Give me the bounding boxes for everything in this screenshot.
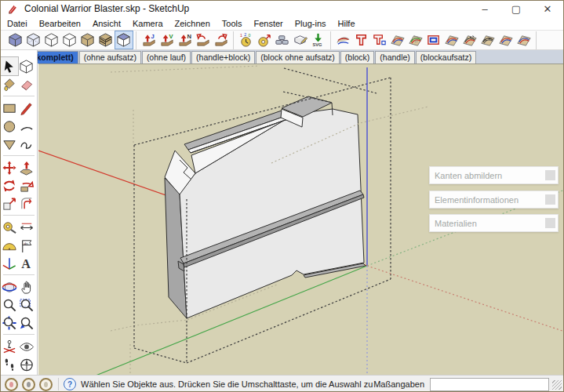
circle-tool-icon[interactable] (1, 117, 18, 135)
unwrap-1-icon[interactable] (389, 31, 406, 49)
scene-tab-block[interactable]: (block) (340, 51, 375, 64)
hidden-line-cube-icon[interactable] (61, 31, 78, 49)
protractor-tool-icon[interactable] (1, 236, 18, 254)
rect-outline-icon[interactable] (425, 31, 442, 49)
arc-tool-icon[interactable] (18, 117, 35, 135)
scene-tab-handle[interactable]: (handle) (375, 51, 415, 64)
follow-me-tool-icon[interactable] (18, 176, 35, 194)
unwrap-6-icon[interactable] (515, 31, 533, 49)
rotate-tool-icon[interactable] (1, 176, 18, 194)
zoom-extents-tool-icon[interactable] (1, 314, 18, 332)
dialog-elementinformationen[interactable]: Elementinformationen (429, 191, 559, 209)
volume-cube-icon[interactable] (7, 31, 24, 49)
dialog-kanten-abmildern[interactable]: Kanten abmildern (429, 166, 559, 184)
measurements-input[interactable] (430, 378, 549, 391)
dimension-tool-icon[interactable] (18, 218, 35, 236)
help-icon: ? (64, 378, 76, 390)
scene-tab-blockaufsatz[interactable]: (blockaufsatz) (416, 51, 476, 64)
resize-grip-icon[interactable] (552, 380, 562, 390)
statusbar-separator (58, 378, 59, 390)
offset-tool-icon[interactable] (18, 194, 35, 212)
push-pull-tool-icon[interactable] (18, 158, 35, 176)
unwrap-4-icon[interactable] (479, 31, 497, 49)
text-tool-icon[interactable]: abc (18, 236, 35, 254)
freehand-tool-icon[interactable] (18, 135, 35, 153)
orbit-tool-icon[interactable] (1, 278, 18, 296)
svg-export-icon[interactable]: SVG (310, 31, 327, 49)
bricks-icon[interactable] (274, 31, 291, 49)
tshape-red-icon[interactable] (353, 31, 370, 49)
move-tool-icon[interactable] (1, 158, 18, 176)
unwrap-fan-icon[interactable] (407, 31, 424, 49)
menu-zeichnen[interactable]: Zeichnen (175, 19, 210, 28)
scale-tool-icon[interactable] (1, 194, 18, 212)
position-camera-tool-icon[interactable] (1, 337, 18, 355)
paint-bucket-tool-icon[interactable] (1, 75, 18, 93)
tool-group-divider (3, 274, 35, 275)
shaded-cube-icon[interactable] (79, 31, 96, 49)
toolbar-group: JVN (136, 31, 234, 49)
wireframe-cube-icon[interactable] (43, 31, 60, 49)
eraser-tool-icon[interactable] (18, 75, 35, 93)
unwrap-5-icon[interactable] (497, 31, 515, 49)
walk-tool-icon[interactable] (1, 355, 18, 373)
zoom-tool-icon[interactable] (1, 296, 18, 314)
zoom-window-tool-icon[interactable] (18, 296, 35, 314)
polygon-tool-icon[interactable] (1, 135, 18, 153)
menu-kamera[interactable]: Kamera (133, 19, 163, 28)
menu-tools[interactable]: Tools (222, 19, 242, 28)
menu-bar: DateiBearbeitenAnsichtKameraZeichnenTool… (1, 16, 563, 31)
rectangle-tool-icon[interactable] (1, 99, 18, 117)
scene-tab-ohnelauf[interactable]: (ohne lauf) (142, 51, 191, 64)
mesh-flatten-icon[interactable] (335, 31, 352, 49)
tape-arrow-icon[interactable] (256, 31, 273, 49)
arrow-j-icon[interactable]: J (140, 31, 158, 49)
arrow-n-icon[interactable]: N (176, 31, 194, 49)
dialog-collapse-button[interactable] (545, 194, 555, 205)
svg-text:abc: abc (24, 241, 28, 245)
globe-icon[interactable] (39, 378, 53, 391)
svg-text:A: A (21, 257, 31, 271)
tape-measure-tool-icon[interactable] (1, 218, 18, 236)
arrow-v-icon[interactable]: V (158, 31, 176, 49)
box-edit-icon[interactable] (292, 31, 309, 49)
north-compass-tool-icon[interactable] (18, 355, 35, 373)
geolocation-icon[interactable] (5, 378, 18, 391)
turn-right-icon[interactable] (213, 31, 230, 49)
scene-tab-blockohneaufsatz[interactable]: (block ohne aufsatz) (256, 51, 340, 64)
3d-text-tool-icon[interactable]: A (18, 254, 35, 272)
menu-fenster[interactable]: Fenster (253, 19, 282, 28)
menu-hilfe[interactable]: Hilfe (338, 19, 355, 28)
textured-cube-icon[interactable] (97, 31, 115, 49)
unwrap-2-icon[interactable] (443, 31, 460, 49)
clock-120-icon[interactable]: 120 (238, 31, 255, 49)
pan-tool-icon[interactable] (18, 278, 35, 296)
xray-cube-icon[interactable] (25, 31, 42, 49)
blaster-model[interactable] (165, 96, 366, 318)
dialog-materialien[interactable]: Materialien (429, 214, 559, 232)
model-credit-icon[interactable] (22, 378, 35, 391)
dialog-collapse-button[interactable] (545, 170, 555, 180)
svg-text:J: J (151, 33, 154, 40)
line-tool-icon[interactable] (18, 99, 35, 117)
menu-bearbeiten[interactable]: Bearbeiten (39, 19, 81, 28)
scene-tab-ohneaufsatz[interactable]: (ohne aufsatz) (79, 51, 141, 64)
menu-plugins[interactable]: Plug-ins (295, 19, 326, 28)
zoom-previous-tool-icon[interactable] (18, 314, 35, 332)
maximize-button[interactable]: ▢ (500, 1, 532, 16)
tshape-blue-icon[interactable] (371, 31, 388, 49)
turn-left-icon[interactable] (195, 31, 212, 49)
make-component-tool-icon[interactable] (18, 57, 35, 75)
select-tool-icon[interactable] (1, 57, 18, 75)
toolbar-group (331, 31, 537, 49)
monochrome-cube-icon[interactable] (115, 31, 133, 49)
menu-ansicht[interactable]: Ansicht (93, 19, 121, 28)
unwrap-3-icon[interactable] (461, 31, 478, 49)
look-around-tool-icon[interactable] (18, 337, 35, 355)
close-button[interactable]: ✕ (532, 1, 563, 16)
minimize-button[interactable]: – (469, 1, 500, 16)
scene-tab-handleblock[interactable]: (handle+block) (191, 51, 255, 64)
axes-tool-icon[interactable] (1, 254, 18, 272)
menu-datei[interactable]: Datei (7, 19, 27, 28)
dialog-collapse-button[interactable] (545, 218, 555, 228)
